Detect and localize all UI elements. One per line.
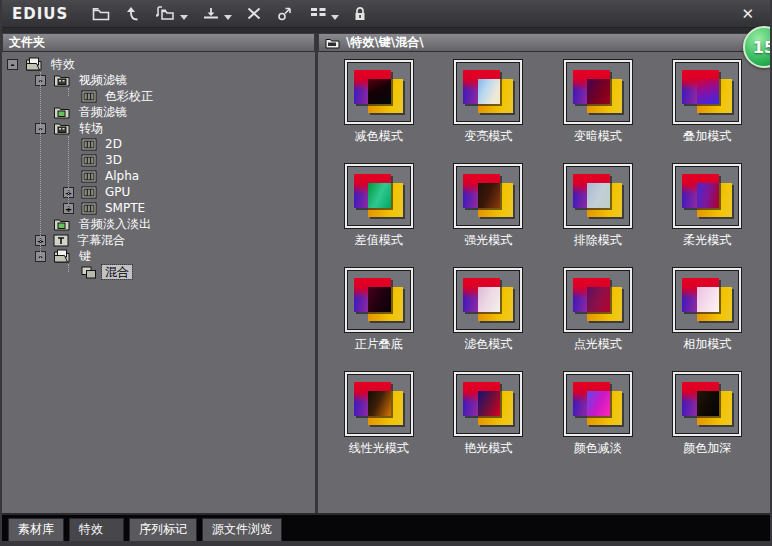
blend-overlap (368, 79, 391, 104)
effect-item[interactable]: 变暗模式 (543, 57, 653, 161)
title-icon (53, 234, 69, 247)
tab-source-browser[interactable]: 源文件浏览 (202, 518, 282, 541)
effect-item[interactable]: 颜色加深 (653, 369, 763, 473)
tree-item-key[interactable]: - 键 (2, 248, 315, 264)
close-button[interactable]: ✕ (735, 5, 760, 23)
effect-item[interactable]: 差值模式 (324, 161, 434, 265)
effect-item[interactable]: 相加模式 (653, 265, 763, 369)
tree-item-label: 2D (102, 137, 125, 151)
move-up-button[interactable] (121, 2, 145, 26)
tree-item-gpu[interactable]: + GPU (2, 184, 315, 200)
effect-thumbnail (564, 164, 632, 228)
collapse-icon[interactable]: - (7, 59, 18, 70)
up-arrow-icon (124, 5, 142, 22)
export-button[interactable] (198, 2, 235, 26)
lock-button[interactable] (349, 2, 371, 26)
monitor-icon (81, 186, 97, 199)
open-folder-icon (53, 249, 71, 263)
effect-label: 强光模式 (464, 232, 512, 249)
audio-folder-icon (53, 217, 71, 231)
tree-item-color-correction[interactable]: 色彩校正 (2, 88, 315, 104)
video-folder-icon (53, 121, 71, 135)
tree-connector-line (68, 264, 69, 272)
effect-thumbnail (673, 268, 741, 332)
path-bar: \特效\键\混合\ (318, 33, 770, 52)
app-logo: EDIUS (12, 5, 68, 23)
effect-thumbnail (673, 60, 741, 124)
tree-item-label: 混合 (102, 265, 132, 279)
breadcrumb: \特效\键\混合\ (346, 34, 424, 51)
palette-tab-bar: 素材库 特效 序列标记 源文件浏览 (2, 513, 770, 546)
effects-grid-area: 减色模式 变亮模式 变暗模式 叠加模式 (318, 52, 770, 513)
effect-item[interactable]: 线性光模式 (324, 369, 434, 473)
effect-label: 柔光模式 (683, 232, 731, 249)
effect-item[interactable]: 点光模式 (543, 265, 653, 369)
delete-button[interactable] (242, 2, 266, 26)
tab-effects[interactable]: 特效 (69, 518, 124, 541)
effect-thumbnail (564, 60, 632, 124)
main-area: 文件夹 - 特效 - 视频滤镜 (2, 33, 770, 513)
blend-overlap (697, 287, 720, 312)
effect-thumbnail (673, 164, 741, 228)
effect-item[interactable]: 艳光模式 (434, 369, 544, 473)
tree-item-title-mixer[interactable]: + 字幕混合 (2, 232, 315, 248)
replace-button[interactable] (273, 2, 298, 26)
dropdown-caret-icon[interactable] (180, 15, 188, 20)
effect-item[interactable]: 柔光模式 (653, 161, 763, 265)
effect-label: 排除模式 (574, 232, 622, 249)
effect-label: 点光模式 (574, 336, 622, 353)
dropdown-caret-icon[interactable] (224, 15, 232, 20)
effect-label: 相加模式 (683, 336, 731, 353)
effect-item[interactable]: 叠加模式 (653, 57, 763, 161)
replace-icon (276, 5, 295, 22)
effect-thumbnail (345, 372, 413, 436)
blend-overlap (368, 183, 391, 208)
tree-item-audio-filters[interactable]: 音频滤镜 (2, 104, 315, 120)
effect-item[interactable]: 颜色减淡 (543, 369, 653, 473)
blend-overlap (587, 183, 610, 208)
tree-item-video-filters[interactable]: - 视频滤镜 (2, 72, 315, 88)
tab-sequence-markers[interactable]: 序列标记 (129, 518, 197, 541)
effect-thumbnail (345, 60, 413, 124)
tree-item-alpha[interactable]: Alpha (2, 168, 315, 184)
tree-item-3d[interactable]: 3D (2, 152, 315, 168)
effect-item[interactable]: 减色模式 (324, 57, 434, 161)
tree-item-blend[interactable]: 混合 (2, 264, 315, 280)
effect-thumbnail (564, 268, 632, 332)
tree-item-audio-fade[interactable]: 音频淡入淡出 (2, 216, 315, 232)
effect-label: 变暗模式 (574, 128, 622, 145)
view-mode-button[interactable] (305, 2, 342, 26)
lock-icon (352, 5, 368, 22)
new-folder-button[interactable] (88, 2, 114, 26)
tree-connector-line (40, 72, 41, 260)
copy-folders-icon (155, 5, 177, 23)
effect-item[interactable]: 变亮模式 (434, 57, 544, 161)
monitor-icon (81, 202, 97, 215)
effect-palette-window: EDIUS (0, 0, 772, 546)
effect-label: 滤色模式 (464, 336, 512, 353)
tree-item-smpte[interactable]: + SMPTE (2, 200, 315, 216)
effect-label: 颜色加深 (683, 440, 731, 457)
tree-item-effects[interactable]: - 特效 (2, 56, 315, 72)
dropdown-caret-icon[interactable] (331, 15, 339, 20)
open-folder-icon (25, 57, 43, 71)
tree-item-transitions[interactable]: - 转场 (2, 120, 315, 136)
tree-item-2d[interactable]: 2D (2, 136, 315, 152)
delete-x-icon (245, 5, 263, 22)
export-icon (201, 5, 221, 22)
tree-item-label: 音频淡入淡出 (76, 217, 154, 231)
effect-item[interactable]: 强光模式 (434, 161, 544, 265)
tab-asset-bin[interactable]: 素材库 (8, 518, 64, 541)
effect-thumbnail (454, 372, 522, 436)
effect-thumbnail (454, 60, 522, 124)
effects-grid: 减色模式 变亮模式 变暗模式 叠加模式 (318, 52, 770, 473)
blend-overlap (587, 79, 610, 104)
duplicate-button[interactable] (152, 2, 191, 26)
blend-overlap (697, 391, 720, 416)
blend-overlap (368, 391, 391, 416)
effect-item[interactable]: 滤色模式 (434, 265, 544, 369)
tree-connector-line (68, 136, 69, 208)
effect-item[interactable]: 正片叠底 (324, 265, 434, 369)
effect-item[interactable]: 排除模式 (543, 161, 653, 265)
tree-item-label: SMPTE (102, 201, 148, 215)
